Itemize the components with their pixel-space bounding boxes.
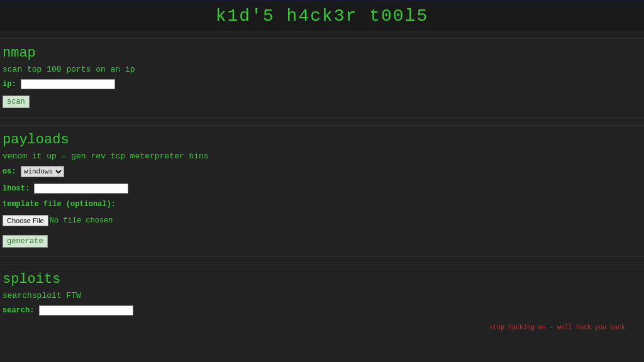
nmap-heading: nmap [3, 45, 641, 61]
payloads-section: payloads venom it up - gen rev tcp meter… [0, 125, 644, 257]
template-file-chooser: Choose File No file chosen [3, 215, 113, 226]
nmap-ip-label: ip: [3, 80, 16, 89]
scan-button[interactable]: scan [3, 96, 30, 108]
payloads-lhost-field: lhost: [3, 184, 641, 194]
nmap-desc: scan top 100 ports on an ip [3, 65, 641, 74]
payloads-lhost-label: lhost: [3, 184, 30, 193]
search-input[interactable] [39, 305, 133, 315]
nmap-section: nmap scan top 100 ports on an ip ip: sca… [0, 38, 644, 118]
os-select[interactable]: windows [21, 166, 64, 177]
sploits-heading: sploits [3, 272, 641, 287]
payloads-desc: venom it up - gen rev tcp meterpreter bi… [3, 151, 641, 161]
sploits-desc: searchsploit FTW [3, 291, 641, 300]
generate-button[interactable]: generate [3, 235, 48, 248]
nmap-ip-field: ip: [3, 79, 641, 89]
payloads-os-label: os: [3, 167, 16, 176]
nmap-ip-input[interactable] [21, 79, 115, 89]
payloads-os-field: os: windows [3, 166, 641, 177]
file-status: No file chosen [50, 216, 113, 225]
page-header: k1d'5 h4ck3r t00l5 [0, 1, 644, 31]
sploits-search-label: search: [3, 306, 34, 315]
page-title: k1d'5 h4ck3r t00l5 [0, 6, 644, 26]
payloads-heading: payloads [3, 132, 641, 148]
template-label: template file (optional): [3, 200, 641, 209]
lhost-input[interactable] [34, 184, 128, 194]
choose-file-button[interactable]: Choose File [3, 215, 48, 226]
warning-text: stop hacking me - well hack you back [489, 324, 625, 331]
sploits-section: sploits searchsploit FTW search: [0, 265, 644, 331]
sploits-search-field: search: [3, 305, 641, 315]
